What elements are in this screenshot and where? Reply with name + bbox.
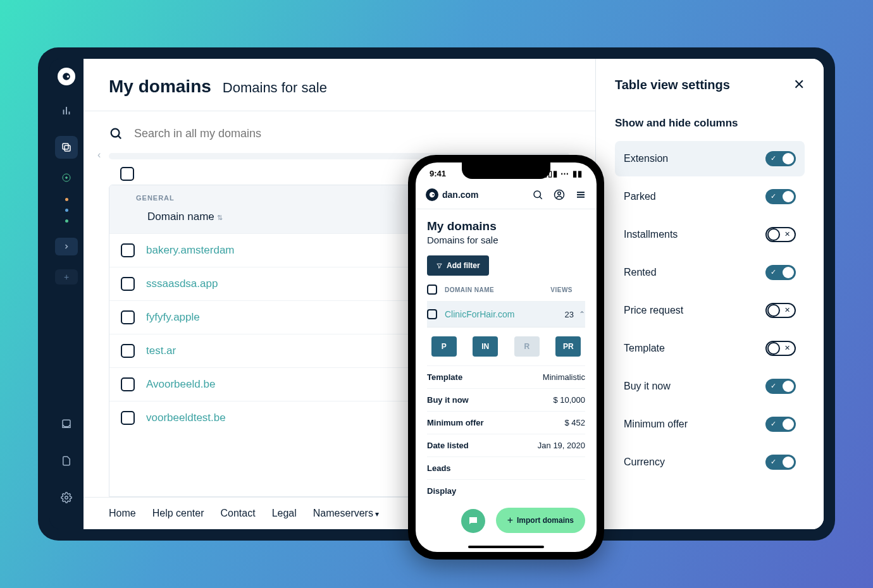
- svg-point-12: [558, 192, 561, 195]
- stats-icon[interactable]: [55, 99, 78, 122]
- badge-rented[interactable]: R: [514, 336, 540, 357]
- dot-green-icon: [65, 219, 68, 223]
- toggle-switch[interactable]: [765, 455, 796, 470]
- detail-key: Buy it now: [427, 395, 469, 405]
- detail-key: Leads: [427, 463, 451, 473]
- toggle-switch[interactable]: [765, 189, 796, 204]
- detail-row: TemplateMinimalistic: [427, 365, 585, 388]
- phone-table-row[interactable]: ClinicForHair.com 23 ⌃: [427, 302, 585, 328]
- toggle-row: Buy it now: [615, 369, 805, 404]
- sort-icon: ⇅: [217, 214, 223, 221]
- row-checkbox[interactable]: [121, 344, 135, 358]
- dot-blue-icon: [65, 209, 68, 212]
- toggle-row: Minimum offer: [615, 407, 805, 442]
- search-input[interactable]: [134, 127, 570, 140]
- tablet-frame: + My domains Domains for sale: [38, 47, 835, 541]
- footer-contact[interactable]: Contact: [221, 508, 256, 519]
- chat-fab[interactable]: [461, 509, 485, 533]
- svg-point-7: [111, 129, 120, 137]
- footer-help[interactable]: Help center: [152, 508, 204, 519]
- toggle-switch[interactable]: [765, 341, 796, 356]
- toggle-switch[interactable]: [765, 265, 796, 280]
- toggle-switch[interactable]: [765, 379, 796, 394]
- row-checkbox[interactable]: [121, 310, 135, 324]
- badge-price-request[interactable]: PR: [555, 336, 581, 357]
- settings-icon[interactable]: [55, 486, 78, 509]
- toggle-row: Extension: [615, 141, 805, 176]
- plus-icon: +: [507, 515, 513, 526]
- home-indicator: [468, 546, 544, 548]
- row-checkbox[interactable]: [121, 243, 135, 257]
- phone-col-name[interactable]: DOMAIN NAME: [445, 286, 550, 293]
- svg-point-1: [67, 75, 70, 78]
- file-icon[interactable]: [55, 450, 78, 472]
- footer-legal[interactable]: Legal: [272, 508, 297, 519]
- detail-value: Jan 19, 2020: [538, 441, 585, 450]
- status-dots: [65, 197, 68, 224]
- chevron-up-icon[interactable]: ⌃: [579, 310, 585, 319]
- svg-point-8: [430, 192, 435, 197]
- toggle-label: Currency: [624, 456, 665, 468]
- phone-row-views: 23: [565, 310, 574, 319]
- phone-notch: [462, 162, 550, 179]
- detail-row: Buy it now$ 10,000: [427, 388, 585, 411]
- phone-user-icon[interactable]: [554, 189, 565, 200]
- svg-point-5: [66, 177, 68, 179]
- svg-point-0: [63, 73, 70, 80]
- detail-row: Minimum offer$ 452: [427, 411, 585, 434]
- select-all-checkbox[interactable]: [120, 167, 134, 181]
- row-checkbox[interactable]: [121, 377, 135, 391]
- sidebar: +: [49, 59, 84, 529]
- toggle-label: Buy it now: [624, 381, 671, 392]
- row-checkbox[interactable]: [121, 277, 135, 291]
- phone-logo-icon: [426, 188, 438, 201]
- toggle-switch[interactable]: [765, 227, 796, 242]
- page-header: My domains Domains for sale: [84, 59, 595, 111]
- phone-subtitle: Domains for sale: [427, 235, 585, 245]
- footer-nameservers[interactable]: Nameservers: [313, 508, 379, 519]
- toggle-row: Currency: [615, 444, 805, 480]
- detail-key: Template: [427, 372, 462, 382]
- inbox-icon[interactable]: [55, 413, 78, 436]
- add-filter-button[interactable]: Add filter: [427, 255, 489, 276]
- phone-brand: dan.com: [442, 190, 479, 200]
- target-icon[interactable]: [61, 173, 71, 183]
- phone-row-checkbox[interactable]: [427, 309, 437, 319]
- detail-key: Display: [427, 486, 456, 496]
- badge-parked[interactable]: P: [431, 336, 457, 357]
- toggle-label: Template: [624, 343, 665, 354]
- phone-logo[interactable]: dan.com: [426, 188, 479, 201]
- domains-icon[interactable]: [55, 136, 78, 159]
- search-row: [84, 111, 595, 149]
- logo-icon[interactable]: [58, 68, 75, 85]
- expand-sidebar-button[interactable]: [55, 238, 78, 255]
- phone-header: dan.com: [416, 181, 597, 209]
- phone-row-name[interactable]: ClinicForHair.com: [445, 309, 565, 319]
- add-button[interactable]: +: [55, 269, 78, 285]
- settings-title: Table view settings: [615, 78, 730, 92]
- row-checkbox[interactable]: [121, 411, 135, 425]
- badge-installments[interactable]: IN: [473, 336, 498, 357]
- phone-col-views[interactable]: VIEWS: [550, 286, 573, 293]
- toggle-switch[interactable]: [765, 303, 796, 318]
- detail-value: $ 452: [564, 418, 585, 427]
- phone-menu-icon[interactable]: [575, 189, 586, 200]
- toggle-switch[interactable]: [765, 417, 796, 432]
- phone-search-icon[interactable]: [532, 189, 543, 200]
- toggle-row: Template: [615, 331, 805, 366]
- detail-row: Leads: [427, 456, 585, 479]
- detail-value: $ 10,000: [553, 395, 585, 405]
- phone-select-all-checkbox[interactable]: [427, 285, 437, 295]
- toggle-label: Rented: [624, 267, 657, 278]
- footer-home[interactable]: Home: [109, 508, 136, 519]
- page-subtitle: Domains for sale: [223, 80, 327, 96]
- toggle-switch[interactable]: [765, 151, 796, 166]
- close-icon[interactable]: ✕: [793, 77, 805, 93]
- toggle-row: Rented: [615, 255, 805, 290]
- import-domains-button[interactable]: + Import domains: [496, 508, 585, 533]
- phone-title: My domains: [427, 219, 585, 233]
- page-title: My domains: [109, 77, 211, 97]
- toggle-label: Parked: [624, 191, 656, 202]
- phone-details: TemplateMinimalisticBuy it now$ 10,000Mi…: [427, 365, 585, 502]
- settings-subtitle: Show and hide columns: [615, 117, 805, 130]
